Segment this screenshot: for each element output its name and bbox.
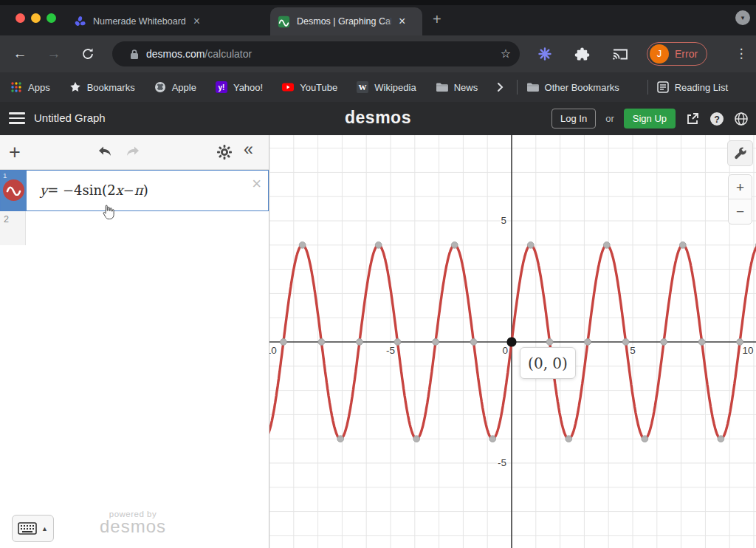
zoom-in-button[interactable]: + (729, 175, 752, 199)
curve-point[interactable] (737, 339, 743, 346)
tab-desmos[interactable]: Desmos | Graphing Calculato × (270, 7, 422, 35)
curve-point[interactable] (375, 242, 382, 248)
bookmark-apps[interactable]: Apps (10, 81, 50, 93)
bookmarks-overflow-chevron-icon[interactable] (497, 82, 504, 92)
curve-point[interactable] (451, 242, 458, 248)
reload-button[interactable] (77, 44, 99, 64)
curve-point[interactable] (546, 339, 553, 346)
tab-bar: Numerade Whiteboard × Desmos | Graphing … (0, 0, 756, 35)
log-in-button[interactable]: Log In (551, 109, 596, 129)
curve-point[interactable] (642, 436, 648, 442)
extensions-puzzle-icon[interactable] (570, 44, 594, 64)
bookmark-wikipedia[interactable]: WWikipedia (357, 81, 416, 93)
help-icon[interactable]: ? (709, 112, 724, 126)
expression-row-1[interactable]: 1 y = −4 sin(2x − π) × (0, 170, 269, 211)
expression-row-2-gutter[interactable]: 2 (0, 211, 26, 245)
curve-point[interactable] (280, 339, 286, 346)
curve-point[interactable] (433, 339, 439, 346)
add-expression-button[interactable]: + (9, 141, 21, 164)
svg-text:5: 5 (630, 345, 636, 356)
keyboard-icon (18, 522, 37, 535)
new-tab-button[interactable]: + (433, 12, 441, 27)
curve-point[interactable] (679, 242, 686, 248)
expression-part: ( (102, 182, 107, 198)
bookmark-reading-list[interactable]: Reading List (657, 81, 728, 93)
curve-point[interactable] (622, 339, 629, 346)
profile-button[interactable]: J Error (647, 42, 707, 66)
curve-point[interactable] (527, 242, 534, 248)
numerade-favicon (74, 16, 86, 28)
minimize-window-button[interactable] (31, 13, 41, 23)
expression-part: π (134, 182, 143, 198)
or-label: or (605, 113, 614, 124)
curve-point[interactable] (413, 436, 420, 442)
close-window-button[interactable] (16, 13, 25, 23)
curve-point[interactable] (661, 339, 667, 346)
redo-button[interactable] (124, 144, 142, 163)
close-tab-icon[interactable]: × (193, 16, 200, 27)
selected-point[interactable] (506, 337, 516, 346)
graph-settings-gear-icon[interactable] (216, 143, 233, 164)
language-globe-icon[interactable] (734, 112, 749, 126)
back-button[interactable]: ← (9, 44, 31, 64)
delete-expression-icon[interactable]: × (252, 174, 261, 193)
zoom-out-button[interactable]: − (729, 199, 752, 224)
reading-list-slot: Reading List (657, 81, 747, 93)
reload-icon (81, 47, 94, 61)
svg-text:y!: y! (218, 83, 224, 92)
curve-point[interactable] (299, 242, 306, 248)
desmos-header: Untitled Graph desmos Log In or Sign Up … (0, 102, 756, 135)
curve-point[interactable] (585, 339, 591, 346)
extension-adblock-icon[interactable] (533, 44, 557, 64)
forward-button[interactable]: → (43, 44, 65, 64)
tab-numerade[interactable]: Numerade Whiteboard × (68, 7, 252, 35)
bookmark-other-bookmarks[interactable]: Other Bookmarks (526, 82, 619, 93)
keyboard-toggle-button[interactable]: ▲ (12, 515, 54, 542)
curve-point[interactable] (394, 339, 401, 346)
curve-point[interactable] (566, 436, 572, 442)
header-actions: Log In or Sign Up ? (551, 102, 749, 135)
graph-paper[interactable]: -10-55105-50 (0, 0) + − (269, 135, 756, 548)
curve-point[interactable] (489, 436, 496, 442)
curve-color-icon[interactable] (3, 179, 24, 201)
bookmark-apple[interactable]: Apple (154, 81, 196, 93)
undo-button[interactable] (96, 144, 114, 163)
curve-point[interactable] (603, 242, 610, 248)
expression-part: x (116, 182, 123, 198)
share-icon[interactable] (685, 112, 700, 126)
expression-gutter[interactable]: 1 (1, 171, 27, 210)
divider (517, 80, 518, 95)
main-menu-button[interactable] (9, 112, 25, 124)
curve-point[interactable] (318, 339, 325, 346)
graph-title[interactable]: Untitled Graph (34, 112, 106, 124)
hide-panel-button[interactable]: « (244, 140, 253, 160)
graph-settings-wrench-button[interactable] (727, 140, 753, 166)
tab-search-button[interactable]: ▾ (735, 10, 750, 25)
browser-menu-button[interactable]: ⋮ (732, 44, 750, 64)
curve-point[interactable] (337, 436, 344, 442)
curve-point[interactable] (357, 339, 363, 346)
graph-canvas[interactable]: -10-55105-50 (269, 135, 756, 548)
yahoo-icon: y! (216, 81, 227, 93)
bookmark-bookmarks[interactable]: Bookmarks (69, 81, 135, 93)
curve-point[interactable] (470, 339, 477, 346)
address-bar[interactable]: desmos.com/calculator ☆ (112, 41, 520, 66)
expression-input[interactable]: y = −4 sin(2x − π) (40, 171, 148, 210)
other-bookmarks-slot: Other Bookmarks (526, 82, 639, 93)
bookmark-page-icon[interactable]: ☆ (501, 47, 511, 61)
expression-part: ) (143, 182, 148, 198)
cast-icon[interactable] (608, 44, 632, 64)
sign-up-button[interactable]: Sign Up (624, 109, 676, 129)
bookmark-label: News (454, 82, 478, 93)
curve-point[interactable] (718, 436, 724, 442)
folder-icon (436, 82, 448, 92)
expression-part: sin (83, 182, 103, 198)
curve-point[interactable] (698, 339, 705, 346)
expression-part: = −4 (47, 182, 82, 198)
bookmark-news[interactable]: News (436, 82, 478, 93)
bookmark-yahoo-[interactable]: y!Yahoo! (216, 81, 263, 93)
close-tab-icon[interactable]: × (399, 16, 405, 27)
fullscreen-window-button[interactable] (47, 13, 56, 23)
bookmark-youtube[interactable]: YouTube (282, 81, 337, 93)
expression-part: y (40, 182, 47, 198)
